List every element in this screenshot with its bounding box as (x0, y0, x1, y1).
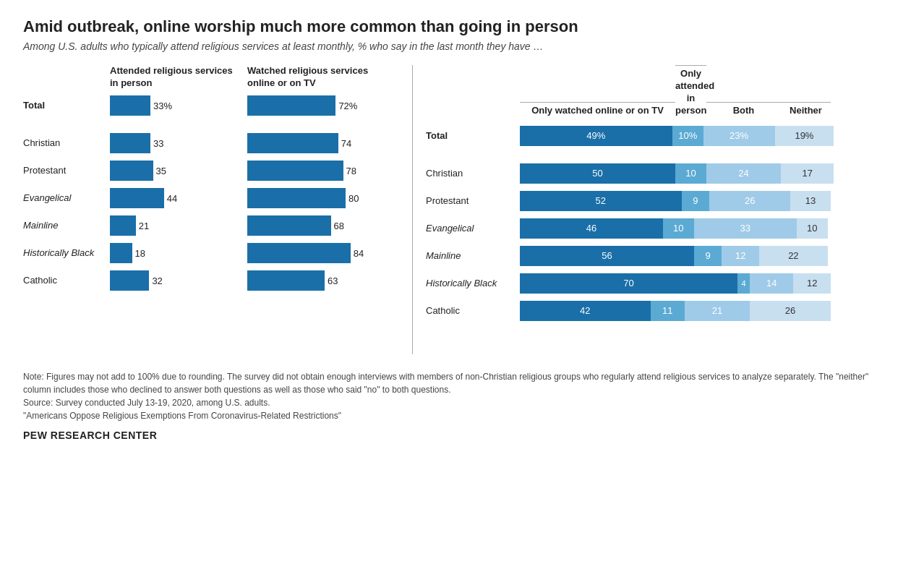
stacked-bar: 5691222 (520, 246, 828, 266)
bars-container: 3263 (110, 270, 392, 291)
bar-segment-1: 52 (520, 191, 682, 211)
bar-segment-2: 4 (737, 273, 750, 294)
bars-container: 3374 (110, 133, 392, 153)
note-section: Note: Figures may not add to 100% due to… (23, 370, 891, 443)
stacked-bar: 50102417 (520, 163, 834, 184)
chart-subtitle: Among U.S. adults who typically attend r… (23, 40, 901, 52)
right-bar-row: Historically Black7041412 (426, 273, 901, 294)
source-text: Source: Survey conducted July 13-19, 202… (23, 396, 891, 409)
main-content: Attended religious services in person Wa… (23, 65, 901, 354)
bar-value-in-person: 18 (135, 248, 145, 259)
right-row-label: Protestant (426, 195, 520, 207)
bar-segment-3: 24 (706, 163, 781, 184)
bar-segment-2: 10% (672, 126, 703, 146)
right-row-label: Mainline (426, 250, 520, 262)
bar-segment-1: 56 (520, 246, 694, 266)
bar-segment-4: 26 (750, 301, 831, 321)
left-bar-row: Historically Black1884 (23, 243, 399, 263)
row-label: Christian (23, 137, 110, 149)
right-bar-row: Catholic42112126 (426, 301, 901, 321)
source-text2: "Americans Oppose Religious Exemptions F… (23, 409, 891, 422)
left-bar-row: Catholic3263 (23, 270, 399, 291)
bar-segment-1: 70 (520, 273, 737, 294)
bar-value-online: 74 (341, 138, 351, 149)
bar-segment-2: 9 (682, 191, 710, 211)
left-rows: Total33%72%Christian3374Protestant3578Ev… (23, 95, 399, 291)
left-bar-row: Evangelical4480 (23, 188, 399, 208)
bar-segment-1: 42 (520, 301, 651, 321)
bar-in-person (110, 243, 132, 263)
right-col-header-4: Neither (781, 102, 831, 120)
bar-online (247, 215, 331, 236)
right-row-label: Christian (426, 168, 520, 179)
chart-container: Amid outbreak, online worship much more … (23, 17, 901, 443)
left-col2-header: Watched religious services online or on … (247, 65, 377, 90)
bar-online (247, 161, 343, 181)
bar-segment-2: 10 (675, 163, 706, 184)
bar-online (247, 188, 346, 208)
right-bar-row: Mainline5691222 (426, 246, 901, 266)
bar-value-in-person: 32 (152, 275, 162, 286)
bar-value-online: 80 (348, 193, 359, 204)
right-panel: Only watched online or on TVOnly attende… (426, 65, 901, 328)
bar-segment-4: 22 (759, 246, 828, 266)
right-bar-row: Christian50102417 (426, 163, 901, 184)
right-bar-row: Total49%10%23%19% (426, 126, 901, 146)
left-col1-header: Attended religious services in person (110, 65, 240, 90)
right-bar-row: Evangelical46103310 (426, 218, 901, 239)
bar-value-online: 78 (346, 166, 356, 176)
bars-container: 1884 (110, 243, 392, 263)
bar-value-in-person: 21 (139, 221, 149, 231)
bar-value-online: 72% (338, 101, 357, 111)
bar-segment-4: 19% (775, 126, 834, 146)
bars-container: 3578 (110, 161, 392, 181)
bar-in-person (110, 161, 153, 181)
bar-segment-4: 12 (793, 273, 831, 294)
bar-value-in-person: 44 (167, 193, 177, 204)
bar-segment-4: 17 (781, 163, 834, 184)
left-headers: Attended religious services in person Wa… (23, 65, 399, 90)
bar-segment-4: 10 (797, 218, 828, 239)
bar-segment-2: 10 (663, 218, 694, 239)
bar-segment-4: 13 (790, 191, 831, 211)
bar-segment-3: 14 (750, 273, 793, 294)
left-panel: Attended religious services in person Wa… (23, 65, 399, 298)
bar-in-person (110, 95, 150, 116)
row-label: Protestant (23, 165, 110, 176)
bar-in-person (110, 133, 150, 153)
chart-title: Amid outbreak, online worship much more … (23, 17, 901, 36)
row-label: Total (23, 100, 110, 111)
right-col-header-3: Both (706, 102, 781, 120)
row-label: Mainline (23, 220, 110, 231)
bars-container: 33%72% (110, 95, 392, 116)
bar-segment-3: 21 (685, 301, 750, 321)
pew-logo: PEW RESEARCH CENTER (23, 428, 891, 443)
bar-in-person (110, 188, 164, 208)
bar-online (247, 133, 338, 153)
right-separator-row (426, 153, 901, 163)
right-row-label: Catholic (426, 305, 520, 317)
bar-online (247, 270, 325, 291)
row-label: Evangelical (23, 192, 110, 204)
bar-segment-3: 12 (722, 246, 759, 266)
bar-segment-3: 33 (694, 218, 797, 239)
bar-online (247, 95, 335, 116)
bar-value-in-person: 33% (153, 101, 172, 111)
right-col-header-2: Only attended in person (675, 65, 706, 120)
stacked-bar: 5292613 (520, 191, 831, 211)
bar-segment-3: 26 (709, 191, 790, 211)
panel-divider (412, 65, 413, 354)
right-row-label: Historically Black (426, 278, 520, 289)
bar-in-person (110, 215, 136, 236)
bars-container: 2168 (110, 215, 392, 236)
bar-segment-1: 46 (520, 218, 663, 239)
bars-container: 4480 (110, 188, 392, 208)
row-label: Historically Black (23, 247, 110, 259)
right-row-label: Evangelical (426, 223, 520, 234)
bar-value-online: 63 (328, 275, 338, 286)
separator-row (23, 123, 399, 133)
left-bar-row: Christian3374 (23, 133, 399, 153)
bar-online (247, 243, 351, 263)
row-label: Catholic (23, 275, 110, 286)
bar-segment-2: 11 (651, 301, 685, 321)
